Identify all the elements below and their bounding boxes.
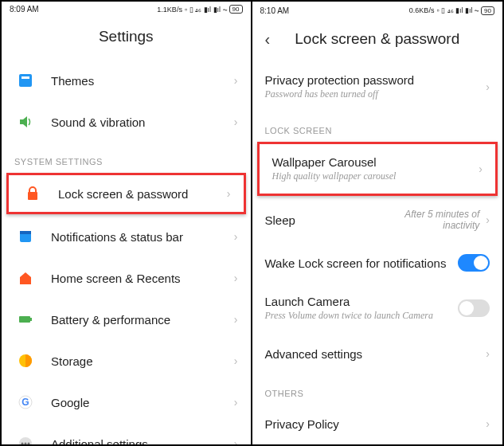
row-privacy-policy[interactable]: Privacy Policy › xyxy=(252,403,503,444)
section-others: OTHERS xyxy=(252,374,503,403)
chevron-right-icon: › xyxy=(234,115,238,128)
row-value: After 5 minutes of inactivity xyxy=(384,209,479,231)
row-label: Privacy Policy xyxy=(265,417,486,431)
chevron-right-icon: › xyxy=(234,354,238,367)
row-privacy-password[interactable]: Privacy protection password Password has… xyxy=(252,62,503,111)
battery-icon: 90 xyxy=(229,5,243,14)
row-google[interactable]: G Google › xyxy=(2,381,251,423)
status-bar: 8:10 AM 0.6KB/s ▫ ▯ ₄₆ ▮ıl ▮ıl ⏦ 90 xyxy=(252,2,503,19)
row-sublabel: High quality wallpaper carousel xyxy=(272,170,479,182)
status-time: 8:10 AM xyxy=(260,6,290,15)
chevron-right-icon: › xyxy=(486,213,490,226)
status-right: 1.1KB/s ▫ ▯ ₄₆ ▮ıl ▮ıl ⏦ 90 xyxy=(157,5,242,14)
row-label: Wake Lock screen for notifications xyxy=(265,256,459,270)
chevron-right-icon: › xyxy=(234,230,238,243)
row-label: Battery & performance xyxy=(51,313,234,327)
row-label: Google xyxy=(51,396,234,409)
signal-icons: ▫ ▯ ₄₆ ▮ıl ▮ıl ⏦ xyxy=(436,6,479,14)
row-wake-notifications[interactable]: Wake Lock screen for notifications xyxy=(252,242,503,284)
battery-perf-icon xyxy=(14,311,37,327)
row-label: Themes xyxy=(51,74,234,88)
chevron-right-icon: › xyxy=(234,313,238,326)
sound-icon xyxy=(14,114,37,130)
row-label: Advanced settings xyxy=(265,347,486,361)
status-time: 8:09 AM xyxy=(10,5,39,14)
row-home-recents[interactable]: Home screen & Recents › xyxy=(2,257,251,299)
section-lock-screen: LOCK SCREEN xyxy=(252,111,503,140)
svg-rect-1 xyxy=(21,76,29,79)
row-themes[interactable]: Themes › xyxy=(2,60,251,101)
storage-icon xyxy=(14,353,37,369)
row-storage[interactable]: Storage › xyxy=(2,340,251,381)
signal-icons: ▫ ▯ ₄₆ ▮ıl ▮ıl ⏦ xyxy=(185,6,227,14)
row-label: Storage xyxy=(51,354,234,368)
chevron-right-icon: › xyxy=(486,80,490,93)
page-title: Lock screen & password xyxy=(295,30,459,48)
wake-toggle[interactable] xyxy=(458,254,490,272)
row-additional[interactable]: Additional settings › xyxy=(2,423,251,444)
chevron-right-icon: › xyxy=(234,437,238,444)
row-label: Sleep xyxy=(265,213,385,227)
section-system-settings: SYSTEM SETTINGS xyxy=(2,143,251,171)
row-wallpaper-carousel[interactable]: Wallpaper Carousel High quality wallpape… xyxy=(257,142,498,196)
chevron-right-icon: › xyxy=(486,417,490,430)
launch-camera-toggle[interactable] xyxy=(458,299,490,317)
row-sublabel: Press Volume down twice to launch Camera xyxy=(265,310,459,322)
notifications-icon xyxy=(14,229,37,245)
row-label: Wallpaper Carousel xyxy=(272,155,479,169)
chevron-right-icon: › xyxy=(234,74,238,87)
row-sublabel: Password has been turned off xyxy=(265,88,486,100)
home-icon xyxy=(14,270,37,286)
row-sleep[interactable]: Sleep After 5 minutes of inactivity › xyxy=(252,198,503,242)
lock-screen-settings: 8:10 AM 0.6KB/s ▫ ▯ ₄₆ ▮ıl ▮ıl ⏦ 90 ‹ Lo… xyxy=(252,2,503,444)
themes-icon xyxy=(14,72,37,88)
additional-icon xyxy=(14,436,37,444)
svg-text:G: G xyxy=(21,397,29,408)
svg-rect-0 xyxy=(19,74,32,87)
chevron-right-icon: › xyxy=(479,162,483,175)
row-battery[interactable]: Battery & performance › xyxy=(2,299,251,340)
svg-rect-4 xyxy=(20,231,31,234)
chevron-right-icon: › xyxy=(234,396,238,409)
row-label: Additional settings xyxy=(51,437,234,445)
svg-rect-5 xyxy=(19,316,30,323)
row-label: Sound & vibration xyxy=(51,115,234,129)
row-label: Launch Camera xyxy=(265,295,459,308)
status-bar: 8:09 AM 1.1KB/s ▫ ▯ ₄₆ ▮ıl ▮ıl ⏦ 90 xyxy=(2,2,251,17)
battery-icon: 90 xyxy=(481,6,494,15)
chevron-right-icon: › xyxy=(227,187,231,200)
row-label: Lock screen & password xyxy=(58,187,227,201)
svg-rect-6 xyxy=(30,318,32,321)
header: Settings xyxy=(2,17,251,60)
page-title: Settings xyxy=(99,28,154,45)
row-launch-camera[interactable]: Launch Camera Press Volume down twice to… xyxy=(252,284,503,333)
status-right: 0.6KB/s ▫ ▯ ₄₆ ▮ıl ▮ıl ⏦ 90 xyxy=(409,6,494,15)
settings-screen: 8:09 AM 1.1KB/s ▫ ▯ ₄₆ ▮ıl ▮ıl ⏦ 90 Sett… xyxy=(2,2,252,444)
lock-icon xyxy=(21,186,44,201)
row-label: Privacy protection password xyxy=(265,73,486,87)
back-button[interactable]: ‹ xyxy=(265,30,271,49)
row-lock-screen-password[interactable]: Lock screen & password › xyxy=(6,173,246,214)
row-notifications[interactable]: Notifications & status bar › xyxy=(2,216,251,257)
row-label: Notifications & status bar xyxy=(51,230,234,244)
google-icon: G xyxy=(14,394,37,410)
svg-rect-2 xyxy=(28,192,37,200)
row-label: Home screen & Recents xyxy=(51,272,234,285)
row-sound[interactable]: Sound & vibration › xyxy=(2,101,251,143)
header: ‹ Lock screen & password xyxy=(252,19,503,62)
chevron-right-icon: › xyxy=(234,272,238,284)
chevron-right-icon: › xyxy=(486,347,490,360)
row-advanced[interactable]: Advanced settings › xyxy=(252,333,503,374)
